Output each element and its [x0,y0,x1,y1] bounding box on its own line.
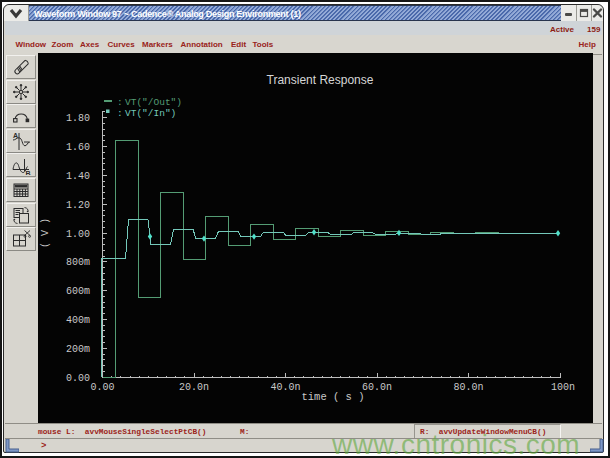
svg-text:800m: 800m [66,257,90,268]
svg-text:600m: 600m [66,286,90,297]
svg-text:1.60: 1.60 [66,142,90,153]
svg-text:400m: 400m [66,315,90,326]
svg-text:0.00: 0.00 [66,373,90,384]
svg-text:0.00: 0.00 [90,382,114,393]
svg-text::: : [117,97,123,108]
svg-text:VT("/Out"): VT("/Out") [125,97,182,108]
svg-text:1.40: 1.40 [66,171,90,182]
svg-text:A: A [13,132,18,139]
svg-text:Transient Response: Transient Response [267,73,374,87]
svg-text:40.0n: 40.0n [270,382,300,393]
svg-text:B: B [26,170,31,176]
svg-text:200m: 200m [66,344,90,355]
svg-text:1.00: 1.00 [66,229,90,240]
svg-text:time ( s ): time ( s ) [301,391,364,403]
svg-text:( V ): ( V ) [40,218,51,248]
svg-text:1.20: 1.20 [66,200,90,211]
svg-text::: : [117,108,123,119]
svg-text:60.0n: 60.0n [362,382,392,393]
svg-text:80.0n: 80.0n [453,382,483,393]
svg-text:100n: 100n [551,382,575,393]
svg-text:VT("/In"): VT("/In") [125,108,176,119]
svg-text:1.80: 1.80 [66,113,90,124]
svg-text:20.0n: 20.0n [179,382,209,393]
